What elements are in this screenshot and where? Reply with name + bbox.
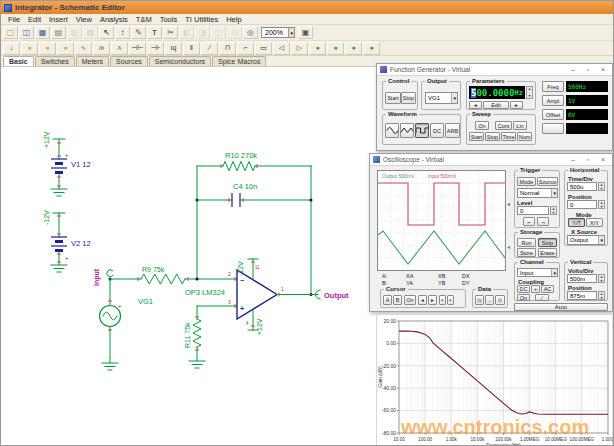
- close-icon[interactable]: ×: [597, 156, 609, 163]
- fg-start-button[interactable]: Start: [385, 92, 401, 104]
- timediv-input[interactable]: 500u: [567, 182, 597, 191]
- trigger-level-stepper[interactable]: [550, 206, 557, 215]
- toolbar-button[interactable]: ◨: [195, 26, 210, 39]
- sine-wave-button[interactable]: [385, 123, 399, 138]
- channel-on-button[interactable]: On: [517, 294, 530, 301]
- component-tab[interactable]: Switches: [35, 56, 75, 66]
- data-clear-button[interactable]: ⊘: [495, 295, 505, 305]
- v2-battery[interactable]: + V2 12 -12V: [43, 210, 91, 272]
- fg-frequency-stepper[interactable]: [526, 86, 533, 99]
- toolbar-button[interactable]: ◧: [179, 26, 194, 39]
- component-button[interactable]: ʍ: [93, 42, 110, 55]
- titlebar[interactable]: integrator - Schematic Editor: [1, 1, 613, 14]
- component-button[interactable]: ∕: [201, 42, 218, 55]
- fg-readout-button[interactable]: Ampl: [542, 95, 564, 106]
- input-trace-marker[interactable]: ◂: [507, 201, 510, 207]
- zoom-level-select[interactable]: 200%: [261, 27, 295, 38]
- component-button[interactable]: ↓: [3, 42, 20, 55]
- close-icon[interactable]: ×: [597, 66, 609, 73]
- fg-output-select[interactable]: VG1: [425, 92, 458, 104]
- mode-yt-button[interactable]: Y/T: [568, 218, 585, 227]
- component-button[interactable]: ⊣⊢: [129, 42, 146, 55]
- trigger-mode-button[interactable]: Mode: [517, 177, 536, 186]
- toolbar-button[interactable]: ◫: [211, 26, 226, 39]
- zoom-tool-button[interactable]: ◎: [243, 26, 258, 39]
- coupling-dc-button[interactable]: DC: [517, 285, 530, 293]
- minimize-icon[interactable]: –: [567, 156, 579, 163]
- output-node[interactable]: Output: [277, 290, 349, 300]
- maximize-icon[interactable]: ▫: [582, 66, 594, 73]
- toolbar-button[interactable]: ↕: [115, 26, 130, 39]
- osc-titlebar[interactable]: Oscilloscope - Virtual – ▫ ×: [370, 154, 612, 166]
- component-button[interactable]: ⊓: [219, 42, 236, 55]
- v1-battery[interactable]: + V1 12 +12V: [43, 131, 91, 196]
- component-tab[interactable]: Sources: [110, 56, 148, 66]
- triangle-wave-button[interactable]: [400, 123, 414, 138]
- fg-sweep-on-button[interactable]: On: [475, 121, 489, 130]
- fg-digit-right-button[interactable]: ▸: [510, 101, 523, 109]
- fg-readout-button[interactable]: Freq: [542, 81, 564, 92]
- cursor-left-button[interactable]: ◂: [418, 295, 427, 305]
- toolbar-button[interactable]: ◫: [19, 26, 34, 39]
- component-tab[interactable]: Basic: [3, 56, 34, 66]
- arb-wave-button[interactable]: ARB: [445, 123, 460, 138]
- storage-erase-button[interactable]: Erase: [538, 248, 557, 257]
- interactive-mode-button[interactable]: ▣: [298, 26, 313, 39]
- menu-item[interactable]: Help: [222, 15, 245, 24]
- cursor-on-button[interactable]: On: [404, 295, 416, 305]
- fg-sweep-time-button[interactable]: Time: [501, 132, 516, 141]
- component-button[interactable]: ●: [309, 42, 326, 55]
- menu-item[interactable]: File: [4, 15, 24, 24]
- chevron-down-icon[interactable]: [288, 28, 294, 37]
- component-button[interactable]: ‖: [183, 42, 200, 55]
- minimize-icon[interactable]: –: [567, 66, 579, 73]
- toolbar-button[interactable]: ✂: [163, 26, 178, 39]
- trigger-level-input[interactable]: 0: [517, 206, 549, 215]
- cursor-a-button[interactable]: A: [383, 295, 392, 305]
- component-tab[interactable]: Meters: [76, 56, 109, 66]
- toolbar-button[interactable]: T: [147, 26, 162, 39]
- feedback-network[interactable]: R10 270k C4 10n: [196, 151, 313, 296]
- component-button[interactable]: ●: [345, 42, 362, 55]
- data-copy-button[interactable]: →: [485, 295, 494, 305]
- coupling-gnd-button[interactable]: +: [531, 285, 540, 293]
- cursor-right-button[interactable]: ▸: [428, 295, 437, 305]
- output-trace-marker[interactable]: ◂: [507, 244, 510, 250]
- vposition-input[interactable]: 875m: [567, 291, 597, 300]
- cursor-step-right-button[interactable]: ▪: [447, 295, 454, 305]
- fg-sweep-lin-button[interactable]: Lin: [513, 121, 527, 130]
- maximize-icon[interactable]: ▫: [582, 156, 594, 163]
- fg-titlebar[interactable]: Function Generator - Virtual – ▫ ×: [377, 64, 612, 76]
- hposition-input[interactable]: 0: [567, 200, 597, 209]
- trigger-mode-select[interactable]: Normal: [517, 188, 558, 198]
- toolbar-button[interactable]: ▢: [3, 26, 18, 39]
- trigger-source-button[interactable]: Source: [537, 177, 558, 186]
- component-button[interactable]: ɰ: [165, 42, 182, 55]
- fg-sweep-num-button[interactable]: Num: [517, 132, 532, 141]
- component-button[interactable]: ●: [363, 42, 380, 55]
- cursor-b-button[interactable]: B: [393, 295, 402, 305]
- toolbar-button[interactable]: ↖: [99, 26, 114, 39]
- storage-stop-button[interactable]: Stop: [538, 238, 557, 247]
- fg-sweep-cont-button[interactable]: Cont: [495, 121, 512, 130]
- dc-wave-button[interactable]: DC: [430, 123, 444, 138]
- toolbar-button[interactable]: ✎: [131, 26, 146, 39]
- component-button[interactable]: ●: [21, 42, 38, 55]
- menu-item[interactable]: Tools: [156, 15, 182, 24]
- trigger-rising-edge-button[interactable]: ⌐: [523, 217, 535, 226]
- fg-digit-left-button[interactable]: ◂: [469, 101, 482, 109]
- square-wave-button[interactable]: [415, 123, 429, 138]
- resistor-r9[interactable]: R9 75k: [110, 266, 237, 284]
- component-button[interactable]: ●: [57, 42, 74, 55]
- component-button[interactable]: ʌ: [111, 42, 128, 55]
- component-tab[interactable]: Semiconductors: [149, 56, 211, 66]
- menu-item[interactable]: View: [72, 15, 96, 24]
- storage-store-button[interactable]: Store: [517, 248, 536, 257]
- fg-stop-button[interactable]: Stop: [401, 92, 416, 104]
- component-button[interactable]: ●: [327, 42, 344, 55]
- trigger-falling-edge-button[interactable]: ¬: [537, 217, 549, 226]
- toolbar-button[interactable]: ▥: [67, 26, 82, 39]
- component-button[interactable]: ⌐: [237, 42, 254, 55]
- toolbar-button[interactable]: ▩: [83, 26, 98, 39]
- fg-readout-button[interactable]: [542, 123, 564, 134]
